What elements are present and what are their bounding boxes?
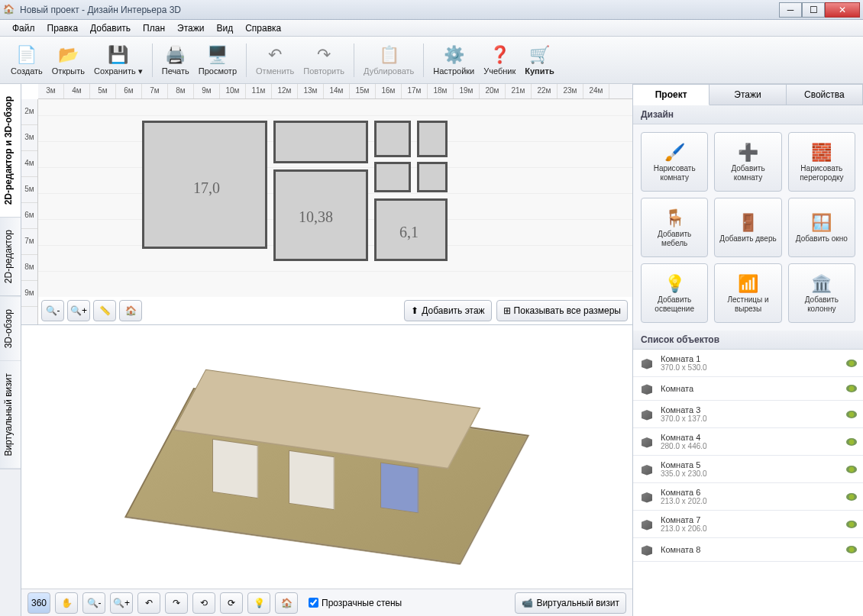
design-tool-button[interactable]: 📶Лестницы и вырезы bbox=[714, 263, 781, 323]
cube-icon bbox=[639, 543, 655, 556]
right-tab[interactable]: Проект bbox=[633, 84, 709, 105]
toolbar-button[interactable]: 📂Открыть bbox=[47, 39, 89, 82]
room-shape[interactable] bbox=[417, 121, 448, 157]
design-tool-button[interactable]: 🪟Добавить окно bbox=[788, 198, 855, 257]
visibility-icon[interactable] bbox=[846, 466, 857, 473]
ruler-tick: 2м bbox=[21, 99, 37, 125]
toolbar-label: Дублировать bbox=[364, 66, 414, 76]
object-row[interactable]: Комната bbox=[633, 377, 863, 401]
visibility-icon[interactable] bbox=[846, 385, 857, 392]
minimize-button[interactable]: ─ bbox=[779, 2, 802, 18]
close-button[interactable]: ✕ bbox=[825, 2, 860, 18]
room-shape[interactable] bbox=[417, 162, 448, 192]
room-shape[interactable]: 17,0 bbox=[142, 121, 267, 249]
menu-item[interactable]: Этажи bbox=[171, 21, 210, 35]
visibility-icon[interactable] bbox=[846, 360, 857, 367]
view-3d[interactable]: 360✋🔍-🔍+↶↷⟲⟳💡🏠 Прозрачные стены📹Виртуаль… bbox=[21, 325, 632, 616]
toolbar-button[interactable]: 🛒Купить bbox=[520, 39, 558, 82]
toolbar-icon: 🛒 bbox=[528, 44, 550, 66]
room-shape[interactable] bbox=[374, 121, 411, 157]
room-shape[interactable]: 6,1 bbox=[374, 198, 448, 261]
floorplan[interactable]: 17,010,386,1 bbox=[130, 114, 458, 270]
visibility-icon[interactable] bbox=[846, 438, 857, 446]
object-row[interactable]: Комната 5335.0 x 230.0 bbox=[633, 456, 863, 483]
virtual-visit-button[interactable]: 📹Виртуальный визит bbox=[515, 592, 626, 614]
home-button[interactable]: 🏠 bbox=[119, 300, 142, 321]
right-tab[interactable]: Свойства bbox=[787, 84, 863, 105]
menu-item[interactable]: Добавить bbox=[84, 21, 137, 35]
object-name: Комната 1 bbox=[661, 354, 840, 363]
titlebar: 🏠 Новый проект - Дизайн Интерьера 3D ─ ☐… bbox=[0, 0, 863, 20]
tool3d-button[interactable]: 🏠 bbox=[275, 592, 298, 614]
zoom-in-button[interactable]: 🔍+ bbox=[67, 300, 90, 321]
toolbar-label: Отменить bbox=[256, 66, 294, 76]
toolbar-button[interactable]: ↶Отменить bbox=[251, 39, 299, 82]
design-tool-button[interactable]: 🚪Добавить дверь bbox=[714, 198, 781, 257]
cube-icon bbox=[639, 490, 655, 504]
maximize-button[interactable]: ☐ bbox=[802, 2, 825, 18]
add-floor-button[interactable]: ⬆Добавить этаж bbox=[404, 300, 491, 321]
show-dimensions-button[interactable]: ⊞Показывать все размеры bbox=[496, 300, 628, 321]
tool3d-button[interactable]: 💡 bbox=[247, 592, 270, 614]
toolbar-button[interactable]: ⚙️Настройки bbox=[428, 39, 479, 82]
toolbar-button[interactable]: 📋Дублировать bbox=[359, 39, 419, 82]
ruler-tick: 9м bbox=[21, 281, 37, 307]
tool3d-button[interactable]: ↷ bbox=[165, 592, 188, 614]
object-row[interactable]: Комната 6213.0 x 202.0 bbox=[633, 483, 863, 511]
design-tool-button[interactable]: 🏛️Добавить колонну bbox=[788, 263, 855, 323]
toolbar-button[interactable]: 📄Создать bbox=[6, 39, 47, 82]
design-tool-button[interactable]: 🖌️Нарисовать комнату bbox=[641, 132, 708, 192]
ruler-tick: 6м bbox=[116, 84, 142, 98]
visibility-icon[interactable] bbox=[846, 521, 857, 528]
design-tool-button[interactable]: 🪑Добавить мебель bbox=[641, 198, 708, 257]
side-tab[interactable]: Виртуальный визит bbox=[0, 361, 21, 469]
toolbar-label: Настройки bbox=[433, 66, 474, 76]
menu-item[interactable]: Вид bbox=[210, 21, 239, 35]
zoom-out-button[interactable]: 🔍- bbox=[41, 300, 64, 321]
tool3d-button[interactable]: 🔍- bbox=[82, 592, 105, 614]
visibility-icon[interactable] bbox=[846, 493, 857, 501]
toolbar-button[interactable]: 💾Сохранить ▾ bbox=[89, 39, 147, 82]
side-tab[interactable]: 2D-редактор и 3D-обзор bbox=[0, 84, 21, 218]
right-tab[interactable]: Этажи bbox=[709, 84, 786, 105]
room-shape[interactable] bbox=[374, 162, 411, 192]
design-tool-button[interactable]: 🧱Нарисовать перегородку bbox=[788, 132, 855, 192]
side-tab[interactable]: 2D-редактор bbox=[0, 218, 21, 296]
visibility-icon[interactable] bbox=[846, 546, 857, 553]
tool3d-button[interactable]: ↶ bbox=[137, 592, 160, 614]
room-shape[interactable] bbox=[273, 121, 368, 163]
measure-button[interactable]: 📏 bbox=[93, 300, 116, 321]
tool3d-button[interactable]: ⟳ bbox=[220, 592, 243, 614]
object-row[interactable]: Комната 8 bbox=[633, 538, 863, 562]
toolbar-button[interactable]: 🖨️Печать bbox=[157, 39, 194, 82]
design-icon: 💡 bbox=[664, 273, 685, 295]
object-list[interactable]: Комната 1370.0 x 530.0КомнатаКомната 337… bbox=[633, 350, 863, 616]
toolbar-button[interactable]: ❓Учебник bbox=[479, 39, 520, 82]
tool3d-button[interactable]: 360 bbox=[27, 592, 50, 614]
tool3d-button[interactable]: ✋ bbox=[55, 592, 78, 614]
visibility-icon[interactable] bbox=[846, 411, 857, 418]
object-row[interactable]: Комната 7213.0 x 206.0 bbox=[633, 511, 863, 538]
ruler-tick: 3м bbox=[38, 84, 64, 98]
toolbar-button[interactable]: 🖥️Просмотр bbox=[194, 39, 241, 82]
side-tab[interactable]: 3D-обзор bbox=[0, 297, 21, 361]
canvas-2d[interactable]: 17,010,386,1 bbox=[38, 99, 632, 297]
object-row[interactable]: Комната 3370.0 x 137.0 bbox=[633, 401, 863, 428]
design-tool-button[interactable]: 💡Добавить освещение bbox=[641, 263, 708, 323]
menu-item[interactable]: План bbox=[137, 21, 171, 35]
toolbar-button[interactable]: ↷Повторить bbox=[299, 39, 349, 82]
object-row[interactable]: Комната 1370.0 x 530.0 bbox=[633, 350, 863, 377]
ruler-vertical: 2м3м4м5м6м7м8м9м bbox=[21, 99, 38, 324]
tool3d-button[interactable]: 🔍+ bbox=[110, 592, 133, 614]
object-name: Комната bbox=[661, 384, 840, 393]
view-2d[interactable]: 3м4м5м6м7м8м9м10м11м12м13м14м15м16м17м18… bbox=[21, 84, 632, 325]
tool3d-button[interactable]: ⟲ bbox=[192, 592, 215, 614]
scene-3d[interactable] bbox=[21, 325, 632, 589]
menu-item[interactable]: Файл bbox=[6, 21, 41, 35]
menu-item[interactable]: Правка bbox=[41, 21, 85, 35]
design-tool-button[interactable]: ➕Добавить комнату bbox=[714, 132, 781, 192]
menu-item[interactable]: Справка bbox=[239, 21, 287, 35]
object-row[interactable]: Комната 4280.0 x 446.0 bbox=[633, 428, 863, 456]
transparent-walls-checkbox[interactable]: Прозрачные стены bbox=[309, 598, 402, 608]
room-shape[interactable]: 10,38 bbox=[273, 169, 368, 261]
